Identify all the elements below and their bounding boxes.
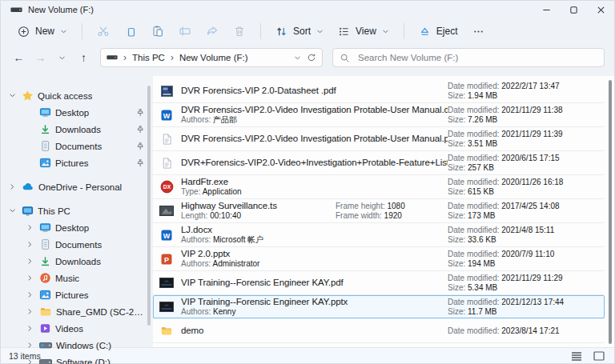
file-name: demo (181, 326, 448, 336)
chevron-right-icon[interactable] (7, 183, 18, 190)
chevron-down-icon[interactable] (7, 207, 18, 214)
star-icon (22, 90, 34, 102)
sidebar-item-downloads[interactable]: Downloads (1, 121, 153, 138)
file-name: DVR Forensics-VIP2.0-Video Investigation… (181, 105, 448, 115)
video-icon (159, 205, 174, 217)
chevron-down-icon[interactable] (7, 92, 18, 99)
file-row-dvr-forensics-vip2-0-video-investigation-protable-feature-list-pdf[interactable]: DVR+Forensics-VIP2.0-Video+Investigation… (153, 151, 605, 175)
cut-button[interactable] (90, 21, 117, 42)
delete-button[interactable] (226, 21, 253, 42)
file-row-dvr-forensics-vip-2-0-datasheet-pdf[interactable]: DVR Forensics-VIP 2.0-Datasheet .pdf Dat… (153, 79, 605, 103)
chevron-right-icon[interactable] (25, 274, 35, 282)
chevron-right-icon[interactable] (25, 308, 35, 315)
new-button[interactable]: New (10, 21, 74, 42)
sidebar-item-onedrive-personal[interactable]: OneDrive - Personal (1, 178, 153, 195)
sidebar-item-videos[interactable]: Videos (1, 320, 153, 337)
sidebar-item-pictures[interactable]: Pictures (1, 154, 153, 171)
chevron-right-icon[interactable] (25, 358, 35, 364)
file-row-demo[interactable]: demo Date modified: 2023/8/14 17:21 (153, 319, 605, 343)
sidebar-item-quick-access[interactable]: Quick access (1, 87, 153, 104)
maximize-button[interactable] (560, 1, 587, 18)
paste-button[interactable] (144, 21, 171, 42)
file-frame-info: Frame height: 1080Frame width: 1920 (336, 199, 405, 222)
share-button[interactable] (199, 21, 226, 42)
eject-button[interactable]: Eject (412, 21, 465, 42)
chevron-down-icon (316, 28, 324, 35)
sidebar-item-label: Quick access (38, 91, 92, 101)
back-button[interactable]: ← (9, 48, 29, 67)
page-icon (159, 157, 174, 170)
date-modified: Date modified: 2020/11/26 16:18 (448, 178, 605, 187)
sidebar-item-label: Pictures (55, 290, 89, 300)
sidebar-item-label: Downloads (55, 125, 101, 134)
breadcrumb[interactable]: › This PC › New Volume (F:) (100, 48, 323, 67)
sidebar-item-windows-c[interactable]: Windows (C:) (1, 337, 153, 354)
search-input[interactable] (356, 52, 597, 63)
chevron-right-icon[interactable] (25, 258, 35, 265)
sidebar-item-pictures[interactable]: Pictures (1, 286, 153, 303)
sidebar-item-label: Share_GMD (SC-201705161005) (56, 307, 145, 317)
file-row-dvr-forensics-vip2-0-video-investigation-protable-user-manual-docx[interactable]: W DVR Forensics-VIP2.0-Video Investigati… (153, 103, 605, 127)
file-list-scrollbar[interactable] (609, 80, 612, 344)
file-name-column: DVR Forensics-VIP 2.0-Datasheet .pdf (181, 86, 448, 96)
recent-locations-button[interactable] (52, 48, 72, 67)
breadcrumb-new-volume[interactable]: New Volume (F:) (179, 53, 248, 62)
sidebar-item-desktop[interactable]: Desktop (1, 219, 153, 236)
date-modified: Date modified: 2017/4/25 14:08 (448, 202, 605, 211)
file-size: Size: 5.34 MB (448, 283, 605, 293)
ppt-icon: P (159, 253, 174, 266)
sidebar-scrollbar[interactable] (147, 86, 151, 326)
view-button[interactable]: View (331, 21, 396, 42)
file-row-lj-docx[interactable]: W LJ.docx Authors: Microsoft 帐户 Date mod… (153, 223, 605, 247)
forward-button[interactable]: → (30, 48, 50, 67)
sidebar-item-documents[interactable]: Documents (1, 236, 153, 253)
rename-button[interactable] (171, 21, 199, 42)
details-view-icon[interactable] (569, 350, 584, 362)
close-button[interactable] (587, 1, 614, 18)
search-box[interactable] (332, 48, 605, 67)
large-icons-view-icon[interactable] (592, 350, 606, 362)
file-date-size-column: Date modified: 2022/2/17 13:47Size: 1.94… (448, 82, 605, 101)
chevron-right-icon[interactable] (25, 342, 35, 349)
address-dropdown-icon[interactable] (294, 54, 301, 62)
file-secondary-info: Authors: Kenny (181, 307, 448, 317)
file-name: DVR Forensics-VIP2.0-Video Investigation… (181, 134, 448, 144)
up-button[interactable]: ↑ (74, 48, 94, 67)
music-icon (39, 272, 51, 284)
file-size: Size: 1.94 MB (448, 91, 605, 101)
sidebar-item-desktop[interactable]: Desktop (1, 104, 153, 121)
file-name-column: demo (181, 326, 448, 336)
chevron-right-icon[interactable] (25, 224, 35, 231)
drive-icon (39, 358, 52, 364)
sidebar-item-label: Desktop (55, 223, 89, 233)
minimize-button[interactable] (533, 1, 560, 18)
sidebar-item-software-d[interactable]: Software (D:) (1, 354, 153, 364)
file-row-highway-surveillance-ts[interactable]: Highway Surveillance.ts Length: 00:10:40… (153, 199, 605, 223)
copy-button[interactable] (117, 21, 144, 42)
file-row-hardftr-exe[interactable]: DX HardFtr.exe Type: Application Date mo… (153, 175, 605, 199)
sidebar-item-share-gmd-sc-201705161005[interactable]: Share_GMD (SC-201705161005) (1, 303, 153, 320)
refresh-icon[interactable] (307, 53, 316, 62)
breadcrumb-this-pc[interactable]: This PC (132, 53, 165, 62)
file-row-dvr-forensics-vip2-0-video-investigation-protable-user-manual-pdf[interactable]: DVR Forensics-VIP2.0-Video Investigation… (153, 127, 605, 151)
file-row-vip-training-forensic-engineer-kay-pptx[interactable]: VIP Training--Forensic Engineer KAY.pptx… (153, 295, 605, 319)
see-more-button[interactable] (465, 21, 492, 42)
sidebar-item-documents[interactable]: Documents (1, 138, 153, 154)
sidebar-item-music[interactable]: Music (1, 270, 153, 286)
file-secondary-info: Authors: Administrator (181, 259, 448, 269)
file-explorer-window: New Volume (F:) New (0, 0, 615, 364)
chevron-right-icon[interactable] (25, 241, 35, 248)
sidebar-item-this-pc[interactable]: This PC (1, 202, 153, 219)
sidebar-item-label: Documents (55, 240, 102, 250)
chevron-right-icon[interactable] (25, 325, 35, 332)
share-icon (206, 25, 219, 38)
plus-circle-icon (18, 26, 30, 38)
sidebar-item-downloads[interactable]: Downloads (1, 253, 153, 270)
sort-button[interactable]: Sort (268, 21, 331, 42)
file-date-size-column: Date modified: 2017/4/25 14:08Size: 173 … (448, 202, 605, 221)
chevron-down-icon (382, 28, 389, 35)
breadcrumb-separator: › (123, 52, 127, 63)
file-row-vip-2-0-pptx[interactable]: P VIP 2.0.pptx Authors: Administrator Da… (153, 247, 605, 271)
file-row-vip-training-forensic-engineer-kay-pdf[interactable]: VIP Training--Forensic Engineer KAY.pdf … (153, 271, 605, 295)
chevron-right-icon[interactable] (25, 291, 35, 298)
